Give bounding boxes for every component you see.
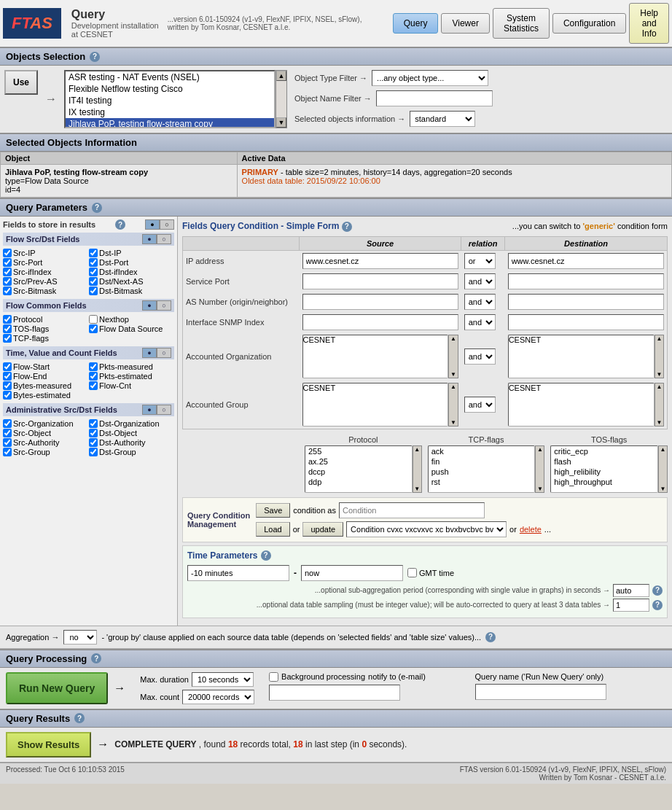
query-processing-help-icon[interactable]: ? <box>91 653 101 663</box>
snmp-relation-select[interactable]: andor <box>464 314 496 330</box>
gmt-check[interactable]: GMT time <box>407 568 454 577</box>
dst-ip-check[interactable]: Dst-IP <box>89 249 174 257</box>
dst-port-check[interactable]: Dst-Port <box>89 258 174 267</box>
list-item[interactable]: ASR testing - NAT Events (NSEL) <box>66 71 274 83</box>
src-object-check[interactable]: Src-Object <box>3 429 88 437</box>
aggregation-help-icon[interactable]: ? <box>485 632 496 642</box>
dst-group-check[interactable]: Dst-Group <box>89 448 174 456</box>
src-group-check[interactable]: Src-Group <box>3 448 88 456</box>
bytes-estimated-check[interactable]: Bytes-estimated <box>3 391 88 400</box>
protocol-scroll-down[interactable]: ▼ <box>413 486 421 492</box>
toggle-off-btn-2[interactable]: ○ <box>157 234 171 244</box>
src-port-check[interactable]: Src-Port <box>3 258 88 267</box>
ip-dst-input[interactable] <box>508 253 664 269</box>
acc-org-dst-scroll-up[interactable]: ▲ <box>655 335 663 342</box>
toggle-off-btn-3[interactable]: ○ <box>157 300 171 311</box>
acc-org-relation-select[interactable]: andor <box>464 348 496 365</box>
query-params-help-icon[interactable]: ? <box>92 203 102 213</box>
dst-authority-check[interactable]: Dst-Authority <box>89 438 174 447</box>
ip-relation-select[interactable]: orand <box>464 253 496 269</box>
nav-config-button[interactable]: Configuration <box>552 13 626 34</box>
tos-scroll-down[interactable]: ▼ <box>659 486 667 492</box>
flow-data-source-check[interactable]: Flow Data Source <box>89 324 174 333</box>
acc-org-dst-select[interactable]: CESNET <box>508 335 655 378</box>
list-item[interactable]: Flexible Netflow testing Cisco <box>66 83 274 95</box>
nav-system-stats-button[interactable]: System Statistics <box>493 8 550 39</box>
toggle-off-btn[interactable]: ○ <box>160 219 174 230</box>
list-scrollbar[interactable]: ▲ ▼ <box>276 70 287 128</box>
dst-org-check[interactable]: Dst-Organization <box>89 419 174 428</box>
run-new-query-button[interactable]: Run New Query <box>6 672 108 704</box>
flow-common-toggle[interactable]: ● ○ <box>142 300 171 311</box>
nav-viewer-button[interactable]: Viewer <box>441 13 489 34</box>
condition-name-input[interactable] <box>339 502 485 518</box>
generic-link[interactable]: 'generic' <box>582 222 614 230</box>
time-value-toggle[interactable]: ● ○ <box>142 348 171 358</box>
object-list-scroll-area[interactable]: ASR testing - NAT Events (NSEL) Flexible… <box>64 70 276 128</box>
time-from-input[interactable] <box>187 565 289 581</box>
protocol-list[interactable]: 255 ax.25 dccp ddp <box>305 445 413 493</box>
acc-group-relation-select[interactable]: andor <box>464 397 496 413</box>
condition-list-select[interactable]: Condition cvxc vxcvxvc xc bvxbvcbvc bvbv… <box>346 521 507 537</box>
dst-next-as-check[interactable]: Dst/Next-AS <box>89 277 174 286</box>
flow-src-dst-toggle[interactable]: ● ○ <box>142 234 171 244</box>
snmp-dst-input[interactable] <box>508 314 664 330</box>
dst-object-check[interactable]: Dst-Object <box>89 429 174 437</box>
toggle-on-btn-2[interactable]: ● <box>142 234 157 244</box>
port-relation-select[interactable]: andor <box>464 273 496 289</box>
as-src-input[interactable] <box>302 294 458 310</box>
time-params-help-icon[interactable]: ? <box>261 550 271 561</box>
selected-objects-info-select[interactable]: standard <box>410 111 475 127</box>
dst-bitmask-check[interactable]: Dst-Bitmask <box>89 287 174 295</box>
query-name-input[interactable] <box>475 684 606 700</box>
tcp-flags-check[interactable]: TCP-flags <box>3 334 88 343</box>
use-button[interactable]: Use <box>4 70 38 95</box>
tcp-scroll-down[interactable]: ▼ <box>536 486 544 492</box>
acc-org-dst-scroll-down[interactable]: ▼ <box>655 371 663 378</box>
acc-group-dst-scroll-down[interactable]: ▼ <box>655 419 663 426</box>
toggle-on-btn-4[interactable]: ● <box>142 348 157 358</box>
scroll-up-icon[interactable]: ▲ <box>276 71 286 81</box>
time-to-input[interactable] <box>301 565 403 581</box>
ip-src-input[interactable] <box>302 253 458 269</box>
protocol-check[interactable]: Protocol <box>3 315 88 324</box>
query-results-help-icon[interactable]: ? <box>74 713 85 723</box>
toggle-on-btn-5[interactable]: ● <box>142 405 157 415</box>
pkts-measured-check[interactable]: Pkts-measured <box>89 362 174 371</box>
tcp-flags-list[interactable]: ack fin push rst <box>428 445 536 493</box>
list-item[interactable]: IT4I testing <box>66 95 274 106</box>
flow-start-check[interactable]: Flow-Start <box>3 362 88 371</box>
flow-cnt-check[interactable]: Flow-Cnt <box>89 381 174 390</box>
notify-email-input[interactable] <box>269 685 400 701</box>
toggle-on-btn[interactable]: ● <box>145 219 160 230</box>
tos-flags-list[interactable]: critic_ecp flash high_relibility high_th… <box>550 445 658 493</box>
aggregation-select[interactable]: no yes <box>63 630 97 645</box>
max-count-select[interactable]: 20000 records 5000 records 1000 records <box>182 690 254 704</box>
acc-group-src-scroll-up[interactable]: ▲ <box>449 383 457 390</box>
list-item-selected[interactable]: Jihlava PoP, testing flow-stream copy <box>66 118 274 128</box>
tos-flags-check[interactable]: TOS-flags <box>3 324 88 333</box>
src-ifl-check[interactable]: Src-ifIndex <box>3 268 88 276</box>
protocol-scroll-up[interactable]: ▲ <box>413 446 421 453</box>
src-authority-check[interactable]: Src-Authority <box>3 438 88 447</box>
as-dst-input[interactable] <box>508 294 664 310</box>
nav-help-button[interactable]: Help and Info <box>629 3 669 44</box>
acc-group-src-select[interactable]: CESNET <box>302 383 449 427</box>
acc-group-dst-select[interactable]: CESNET <box>508 383 655 427</box>
scroll-down-icon[interactable]: ▼ <box>276 117 286 128</box>
nexthop-check[interactable]: Nexthop <box>89 315 174 324</box>
show-results-button[interactable]: Show Results <box>6 732 91 758</box>
flow-end-check[interactable]: Flow-End <box>3 372 88 381</box>
condition-form-help-icon[interactable]: ? <box>342 222 352 232</box>
as-relation-select[interactable]: andor <box>464 294 496 310</box>
dst-ifl-check[interactable]: Dst-ifIndex <box>89 268 174 276</box>
save-condition-button[interactable]: Save <box>256 503 290 518</box>
object-name-filter-input[interactable] <box>376 90 493 106</box>
update-condition-button[interactable]: update <box>302 522 343 537</box>
sampling-input[interactable] <box>613 599 649 612</box>
fields-store-help-icon[interactable]: ? <box>115 219 125 230</box>
tos-scroll-up[interactable]: ▲ <box>659 446 667 453</box>
bg-processing-label[interactable]: Background processing <box>269 672 365 682</box>
object-type-filter-select[interactable]: ...any object type... <box>372 70 488 86</box>
fields-store-toggle[interactable]: ● ○ <box>145 219 174 230</box>
